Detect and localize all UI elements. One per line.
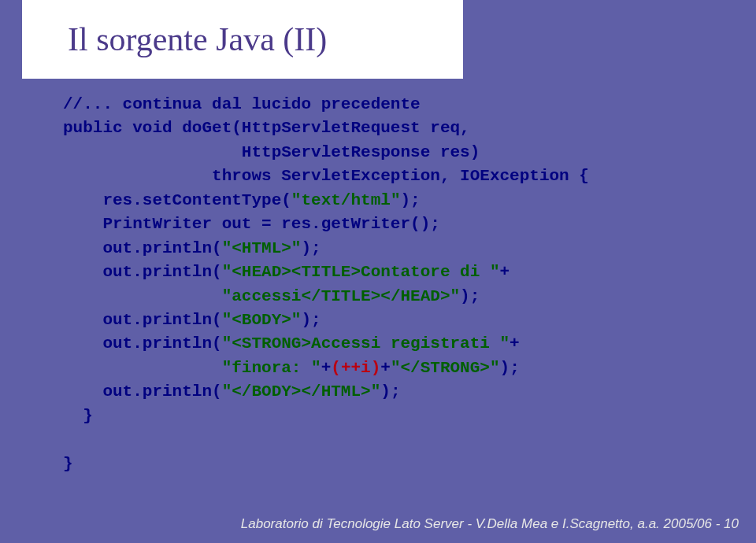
code-line-9b: "accessi</TITLE></HEAD>" bbox=[222, 287, 460, 305]
code-line-7a: out.println( bbox=[63, 239, 222, 257]
code-line-10b: "<BODY>" bbox=[222, 311, 302, 329]
code-line-10c: ); bbox=[301, 311, 321, 329]
code-line-12a bbox=[63, 359, 222, 377]
code-line-8b: "<HEAD><TITLE>Contatore di " bbox=[222, 263, 500, 281]
code-line-12e: + bbox=[380, 359, 391, 377]
code-line-8c: + bbox=[500, 263, 510, 281]
code-line-9a bbox=[63, 287, 222, 305]
code-line-6: PrintWriter out = res.getWriter(); bbox=[63, 215, 440, 233]
code-line-11c: + bbox=[510, 334, 520, 353]
code-line-3: HttpServletResponse res) bbox=[63, 143, 480, 161]
code-line-11a: out.println( bbox=[63, 334, 222, 353]
code-line-15: } bbox=[63, 455, 73, 473]
code-line-8a: out.println( bbox=[63, 263, 222, 281]
slide-title: Il sorgente Java (II) bbox=[68, 20, 327, 58]
code-line-7b: "<HTML>" bbox=[222, 239, 302, 257]
code-line-13c: ); bbox=[380, 382, 400, 401]
code-line-1: //... continua dal lucido precedente bbox=[63, 95, 421, 113]
footer-text: Laboratorio di Tecnologie Lato Server - … bbox=[241, 516, 739, 532]
code-line-5a: res.setContentType( bbox=[63, 191, 291, 209]
slide: Il sorgente Java (II) //... continua dal… bbox=[0, 0, 756, 543]
code-block: //... continua dal lucido precedente pub… bbox=[63, 93, 724, 476]
code-line-11b: "<STRONG>Accessi registrati " bbox=[222, 334, 510, 353]
code-line-10a: out.println( bbox=[63, 311, 222, 329]
code-line-12b: "finora: " bbox=[222, 359, 321, 377]
title-box: Il sorgente Java (II) bbox=[22, 0, 463, 79]
code-line-12f: "</STRONG>" bbox=[391, 359, 500, 377]
code-line-12d: (++i) bbox=[331, 359, 380, 377]
code-line-12g: ); bbox=[500, 359, 520, 377]
code-line-13b: "</BODY></HTML>" bbox=[222, 382, 381, 401]
code-line-13a: out.println( bbox=[63, 382, 222, 401]
code-line-5b: "text/html" bbox=[291, 191, 401, 209]
code-line-5c: ); bbox=[400, 191, 420, 209]
code-line-9c: ); bbox=[460, 287, 480, 305]
code-line-12c: + bbox=[321, 359, 332, 377]
code-line-14: } bbox=[63, 407, 93, 425]
code-line-7c: ); bbox=[301, 239, 321, 257]
code-line-4: throws ServletException, IOException { bbox=[63, 167, 589, 185]
code-line-2: public void doGet(HttpServletRequest req… bbox=[63, 119, 470, 137]
